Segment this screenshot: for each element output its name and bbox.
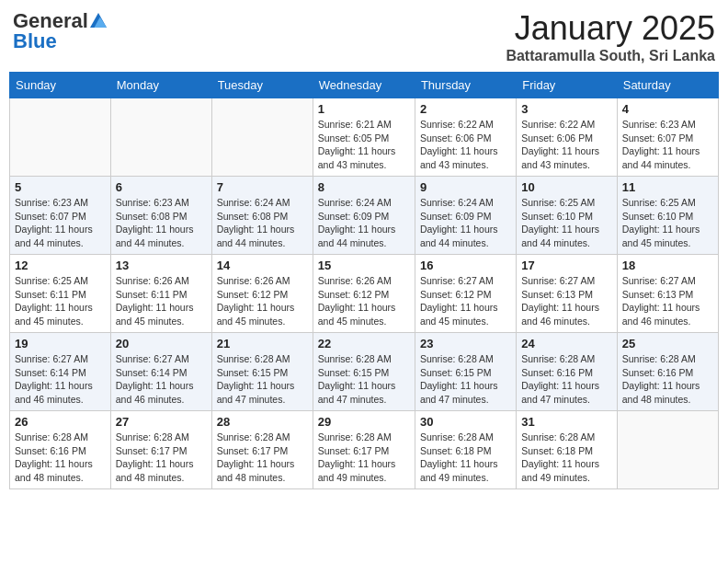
- weekday-header-saturday: Saturday: [617, 73, 718, 98]
- day-number: 10: [521, 180, 611, 194]
- calendar-cell: 24Sunrise: 6:28 AMSunset: 6:16 PMDayligh…: [517, 333, 617, 411]
- day-info: Sunrise: 6:22 AMSunset: 6:06 PMDaylight:…: [521, 118, 611, 172]
- calendar-cell: 31Sunrise: 6:28 AMSunset: 6:18 PMDayligh…: [517, 411, 617, 489]
- calendar-cell: 26Sunrise: 6:28 AMSunset: 6:16 PMDayligh…: [10, 411, 111, 489]
- calendar-cell: [211, 98, 313, 177]
- day-number: 25: [622, 337, 713, 350]
- day-number: 2: [420, 102, 511, 116]
- calendar-cell: [10, 98, 111, 177]
- calendar-cell: 20Sunrise: 6:27 AMSunset: 6:14 PMDayligh…: [110, 333, 211, 411]
- day-number: 5: [15, 180, 106, 194]
- day-info: Sunrise: 6:28 AMSunset: 6:18 PMDaylight:…: [420, 431, 511, 485]
- weekday-header-sunday: Sunday: [10, 73, 111, 98]
- title-block: January 2025 Battaramulla South, Sri Lan…: [506, 9, 715, 64]
- weekday-header-friday: Friday: [517, 73, 617, 98]
- day-info: Sunrise: 6:27 AMSunset: 6:12 PMDaylight:…: [420, 274, 511, 328]
- calendar-cell: 21Sunrise: 6:28 AMSunset: 6:15 PMDayligh…: [211, 333, 313, 411]
- day-info: Sunrise: 6:27 AMSunset: 6:14 PMDaylight:…: [15, 352, 106, 407]
- day-info: Sunrise: 6:24 AMSunset: 6:09 PMDaylight:…: [420, 196, 511, 250]
- calendar-cell: 23Sunrise: 6:28 AMSunset: 6:15 PMDayligh…: [415, 333, 516, 411]
- day-info: Sunrise: 6:21 AMSunset: 6:05 PMDaylight:…: [318, 118, 410, 172]
- logo: General Blue: [13, 9, 107, 53]
- calendar-cell: 10Sunrise: 6:25 AMSunset: 6:10 PMDayligh…: [517, 177, 617, 255]
- calendar-cell: 29Sunrise: 6:28 AMSunset: 6:17 PMDayligh…: [313, 411, 415, 489]
- logo-blue-text: Blue: [13, 29, 57, 53]
- calendar-cell: 8Sunrise: 6:24 AMSunset: 6:09 PMDaylight…: [313, 177, 415, 255]
- day-number: 21: [217, 337, 308, 350]
- day-number: 30: [420, 415, 511, 429]
- day-number: 27: [116, 415, 207, 429]
- logo-icon: [90, 12, 107, 29]
- calendar-cell: 14Sunrise: 6:26 AMSunset: 6:12 PMDayligh…: [211, 255, 313, 333]
- day-info: Sunrise: 6:28 AMSunset: 6:17 PMDaylight:…: [116, 431, 207, 485]
- day-info: Sunrise: 6:24 AMSunset: 6:08 PMDaylight:…: [217, 196, 308, 250]
- weekday-header-thursday: Thursday: [415, 73, 516, 98]
- day-info: Sunrise: 6:28 AMSunset: 6:17 PMDaylight:…: [318, 431, 410, 485]
- day-info: Sunrise: 6:28 AMSunset: 6:17 PMDaylight:…: [217, 431, 308, 485]
- day-info: Sunrise: 6:27 AMSunset: 6:13 PMDaylight:…: [521, 274, 611, 328]
- day-info: Sunrise: 6:28 AMSunset: 6:15 PMDaylight:…: [217, 352, 308, 407]
- day-info: Sunrise: 6:22 AMSunset: 6:06 PMDaylight:…: [420, 118, 511, 172]
- weekday-header-monday: Monday: [110, 73, 211, 98]
- day-number: 14: [217, 259, 308, 272]
- calendar-cell: 5Sunrise: 6:23 AMSunset: 6:07 PMDaylight…: [10, 177, 111, 255]
- day-info: Sunrise: 6:28 AMSunset: 6:16 PMDaylight:…: [521, 352, 611, 407]
- day-number: 18: [622, 259, 713, 272]
- day-info: Sunrise: 6:24 AMSunset: 6:09 PMDaylight:…: [318, 196, 410, 250]
- calendar-table: SundayMondayTuesdayWednesdayThursdayFrid…: [9, 72, 719, 489]
- day-info: Sunrise: 6:28 AMSunset: 6:15 PMDaylight:…: [318, 352, 410, 407]
- calendar-cell: 6Sunrise: 6:23 AMSunset: 6:08 PMDaylight…: [110, 177, 211, 255]
- day-info: Sunrise: 6:23 AMSunset: 6:08 PMDaylight:…: [116, 196, 207, 250]
- calendar-cell: 7Sunrise: 6:24 AMSunset: 6:08 PMDaylight…: [211, 177, 313, 255]
- day-info: Sunrise: 6:28 AMSunset: 6:18 PMDaylight:…: [521, 431, 611, 485]
- day-info: Sunrise: 6:27 AMSunset: 6:14 PMDaylight:…: [116, 352, 207, 407]
- calendar-cell: 2Sunrise: 6:22 AMSunset: 6:06 PMDaylight…: [415, 98, 516, 177]
- calendar-week-row: 19Sunrise: 6:27 AMSunset: 6:14 PMDayligh…: [10, 333, 719, 411]
- day-number: 24: [521, 337, 611, 350]
- day-info: Sunrise: 6:28 AMSunset: 6:16 PMDaylight:…: [622, 352, 713, 407]
- day-number: 8: [318, 180, 410, 194]
- calendar-cell: 27Sunrise: 6:28 AMSunset: 6:17 PMDayligh…: [110, 411, 211, 489]
- day-number: 16: [420, 259, 511, 272]
- day-info: Sunrise: 6:27 AMSunset: 6:13 PMDaylight:…: [622, 274, 713, 328]
- day-info: Sunrise: 6:25 AMSunset: 6:11 PMDaylight:…: [15, 274, 106, 328]
- calendar-cell: [617, 411, 718, 489]
- calendar-cell: 12Sunrise: 6:25 AMSunset: 6:11 PMDayligh…: [10, 255, 111, 333]
- day-number: 31: [521, 415, 611, 429]
- day-number: 1: [318, 102, 410, 116]
- day-number: 20: [116, 337, 207, 350]
- day-number: 28: [217, 415, 308, 429]
- calendar-cell: 15Sunrise: 6:26 AMSunset: 6:12 PMDayligh…: [313, 255, 415, 333]
- day-number: 29: [318, 415, 410, 429]
- calendar-cell: 9Sunrise: 6:24 AMSunset: 6:09 PMDaylight…: [415, 177, 516, 255]
- day-number: 22: [318, 337, 410, 350]
- calendar-cell: [110, 98, 211, 177]
- calendar-cell: 16Sunrise: 6:27 AMSunset: 6:12 PMDayligh…: [415, 255, 516, 333]
- day-info: Sunrise: 6:26 AMSunset: 6:11 PMDaylight:…: [116, 274, 207, 328]
- day-info: Sunrise: 6:28 AMSunset: 6:16 PMDaylight:…: [15, 431, 106, 485]
- calendar-week-row: 12Sunrise: 6:25 AMSunset: 6:11 PMDayligh…: [10, 255, 719, 333]
- calendar-week-row: 1Sunrise: 6:21 AMSunset: 6:05 PMDaylight…: [10, 98, 719, 177]
- calendar-cell: 11Sunrise: 6:25 AMSunset: 6:10 PMDayligh…: [617, 177, 718, 255]
- calendar-cell: 1Sunrise: 6:21 AMSunset: 6:05 PMDaylight…: [313, 98, 415, 177]
- day-number: 3: [521, 102, 611, 116]
- calendar-cell: 3Sunrise: 6:22 AMSunset: 6:06 PMDaylight…: [517, 98, 617, 177]
- day-number: 6: [116, 180, 207, 194]
- calendar-cell: 30Sunrise: 6:28 AMSunset: 6:18 PMDayligh…: [415, 411, 516, 489]
- calendar-cell: 17Sunrise: 6:27 AMSunset: 6:13 PMDayligh…: [517, 255, 617, 333]
- calendar-week-row: 5Sunrise: 6:23 AMSunset: 6:07 PMDaylight…: [10, 177, 719, 255]
- day-info: Sunrise: 6:28 AMSunset: 6:15 PMDaylight:…: [420, 352, 511, 407]
- calendar-cell: 18Sunrise: 6:27 AMSunset: 6:13 PMDayligh…: [617, 255, 718, 333]
- day-info: Sunrise: 6:26 AMSunset: 6:12 PMDaylight:…: [217, 274, 308, 328]
- day-number: 23: [420, 337, 511, 350]
- page-header: General Blue January 2025 Battaramulla S…: [9, 9, 719, 64]
- day-number: 26: [15, 415, 106, 429]
- day-info: Sunrise: 6:23 AMSunset: 6:07 PMDaylight:…: [622, 118, 713, 172]
- day-info: Sunrise: 6:23 AMSunset: 6:07 PMDaylight:…: [15, 196, 106, 250]
- day-number: 7: [217, 180, 308, 194]
- day-number: 17: [521, 259, 611, 272]
- calendar-cell: 22Sunrise: 6:28 AMSunset: 6:15 PMDayligh…: [313, 333, 415, 411]
- day-number: 13: [116, 259, 207, 272]
- day-number: 4: [622, 102, 713, 116]
- calendar-cell: 13Sunrise: 6:26 AMSunset: 6:11 PMDayligh…: [110, 255, 211, 333]
